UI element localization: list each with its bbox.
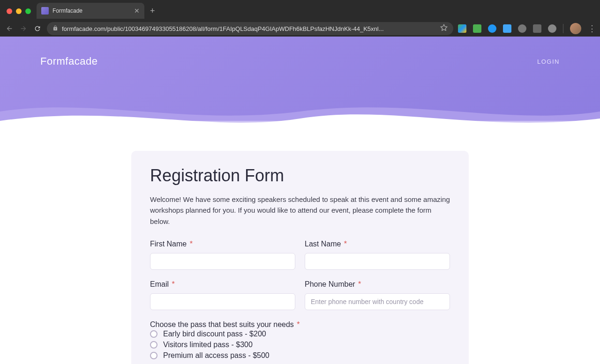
window-minimize-button[interactable] xyxy=(16,8,22,14)
required-asterisk: * xyxy=(172,280,174,288)
extension-gray3-icon[interactable] xyxy=(548,24,556,33)
first-name-label: First Name * xyxy=(150,240,295,248)
brand-logo[interactable]: Formfacade xyxy=(40,55,98,67)
required-asterisk: * xyxy=(190,240,193,248)
window-controls xyxy=(7,8,31,14)
last-name-field-group: Last Name * xyxy=(305,240,450,270)
bookmark-star-icon[interactable] xyxy=(440,24,448,33)
tab-bar: Formfacade ✕ + xyxy=(37,3,155,19)
window-close-button[interactable] xyxy=(7,8,12,14)
phone-field-group: Phone Number * xyxy=(305,280,450,310)
pass-option-early-bird[interactable]: Early bird discount pass - $200 xyxy=(150,330,450,338)
new-tab-button[interactable]: + xyxy=(150,6,155,16)
pass-options: Early bird discount pass - $200 Visitors… xyxy=(150,330,450,360)
form-description: Welcome! We have some exciting speakers … xyxy=(150,194,450,227)
window-maximize-button[interactable] xyxy=(25,8,31,14)
site-nav: Formfacade LOGIN xyxy=(0,37,600,67)
forward-button[interactable] xyxy=(19,24,28,33)
extension-divider xyxy=(563,24,563,33)
tab-title: Formfacade xyxy=(52,7,130,14)
last-name-label: Last Name * xyxy=(305,240,450,248)
required-asterisk: * xyxy=(344,240,347,248)
extension-drive-icon[interactable] xyxy=(458,24,466,33)
extension-icons: ⋮ xyxy=(458,23,595,34)
radio-icon xyxy=(150,330,158,338)
pass-label-text: Choose the pass that best suits your nee… xyxy=(150,320,294,328)
url-text: formfacade.com/public/100346974933055186… xyxy=(62,25,436,32)
arrow-right-icon xyxy=(20,25,27,32)
nav-bar: formfacade.com/public/100346974933055186… xyxy=(0,21,600,37)
wave-decoration-white xyxy=(0,97,600,135)
phone-label-text: Phone Number xyxy=(305,280,355,288)
extension-gray2-icon[interactable] xyxy=(533,24,541,33)
required-asterisk: * xyxy=(297,320,300,328)
option-label: Early bird discount pass - $200 xyxy=(163,330,266,338)
option-label: Premium all access pass - $500 xyxy=(163,351,270,360)
reload-icon xyxy=(34,25,41,32)
required-asterisk: * xyxy=(358,280,361,288)
reload-button[interactable] xyxy=(33,24,42,33)
first-name-input[interactable] xyxy=(150,253,295,270)
contact-row: Email * Phone Number * xyxy=(150,280,450,310)
pass-option-premium[interactable]: Premium all access pass - $500 xyxy=(150,351,450,360)
page-viewport: Formfacade LOGIN Registration Form Welco… xyxy=(0,37,600,364)
phone-input[interactable] xyxy=(305,293,450,310)
login-button[interactable]: LOGIN xyxy=(537,58,560,65)
last-name-label-text: Last Name xyxy=(305,240,341,248)
phone-label: Phone Number * xyxy=(305,280,450,289)
address-bar[interactable]: formfacade.com/public/100346974933055186… xyxy=(47,22,453,35)
browser-menu-icon[interactable]: ⋮ xyxy=(588,23,595,34)
name-row: First Name * Last Name * xyxy=(150,240,450,270)
extension-blue-icon[interactable] xyxy=(488,24,496,33)
hero-section: Formfacade LOGIN xyxy=(0,37,600,121)
email-label-text: Email xyxy=(150,280,169,288)
tab-close-icon[interactable]: ✕ xyxy=(134,7,140,15)
form-title: Registration Form xyxy=(150,166,450,186)
pass-field-group: Choose the pass that best suits your nee… xyxy=(150,320,450,360)
extension-gray-icon[interactable] xyxy=(518,24,526,33)
email-field-group: Email * xyxy=(150,280,295,310)
first-name-label-text: First Name xyxy=(150,240,187,248)
email-label: Email * xyxy=(150,280,295,289)
extension-n-icon[interactable] xyxy=(503,24,511,33)
tab-favicon xyxy=(41,7,49,15)
pass-label: Choose the pass that best suits your nee… xyxy=(150,320,300,328)
registration-form-card: Registration Form Welcome! We have some … xyxy=(131,151,469,364)
profile-avatar[interactable] xyxy=(570,23,581,34)
browser-tab[interactable]: Formfacade ✕ xyxy=(37,3,144,19)
email-input[interactable] xyxy=(150,293,295,310)
radio-icon xyxy=(150,341,158,349)
back-button[interactable] xyxy=(5,24,14,33)
extension-mail-icon[interactable] xyxy=(473,24,481,33)
pass-option-visitors[interactable]: Visitors limited pass - $300 xyxy=(150,341,450,349)
browser-chrome: Formfacade ✕ + formfacade.com/public/100… xyxy=(0,0,600,37)
option-label: Visitors limited pass - $300 xyxy=(163,341,253,349)
radio-icon xyxy=(150,352,158,359)
arrow-left-icon xyxy=(6,25,13,32)
last-name-input[interactable] xyxy=(305,253,450,270)
first-name-field-group: First Name * xyxy=(150,240,295,270)
lock-icon xyxy=(52,24,58,33)
